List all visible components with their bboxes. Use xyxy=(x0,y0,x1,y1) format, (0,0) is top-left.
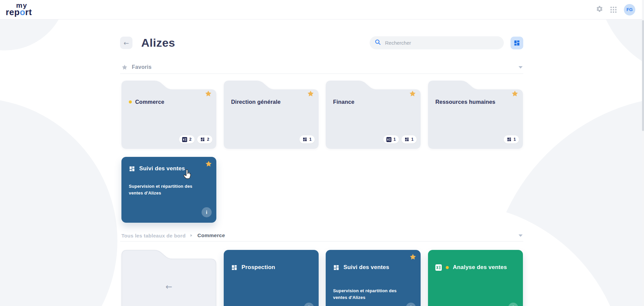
excel-icon xyxy=(386,137,391,142)
dashboard-card-prospection[interactable]: Prospection xyxy=(224,250,319,306)
settings-gear-icon[interactable] xyxy=(596,5,603,14)
favorite-star-icon[interactable] xyxy=(511,90,519,97)
favorite-star-icon[interactable] xyxy=(409,90,416,97)
dashboard-icon xyxy=(200,137,205,142)
search-icon xyxy=(375,39,381,46)
dashboard-description: Supervision et répartition des ventes d'… xyxy=(129,183,205,196)
scrollbar-track[interactable] xyxy=(642,0,644,306)
favorites-section-label: Favoris xyxy=(132,64,152,70)
header-actions: FG xyxy=(596,0,635,19)
folder-card-commerce[interactable]: Commerce 2 2 xyxy=(121,81,216,149)
section-divider xyxy=(120,74,523,74)
excel-icon xyxy=(435,264,442,271)
dashboard-count-badge: 1 xyxy=(300,135,315,143)
dashboard-title: Suivi des ventes xyxy=(343,264,389,271)
folder-card-ressources-humaines[interactable]: Ressources humaines 1 xyxy=(428,81,523,149)
dashboard-icon xyxy=(405,137,409,142)
folder-badges: 2 2 xyxy=(179,135,212,143)
logo-o-mark: o xyxy=(20,7,25,17)
page-title: Alizes xyxy=(141,36,175,49)
star-icon xyxy=(121,64,128,71)
myreport-logo[interactable]: my report xyxy=(6,2,32,16)
collapse-chevron-down-icon[interactable] xyxy=(519,66,523,69)
info-button[interactable] xyxy=(202,207,212,217)
report-card-analyse-des-ventes[interactable]: Analyse des ventes xyxy=(428,250,523,306)
report-title: Analyse des ventes xyxy=(453,264,507,271)
scrollbar-thumb[interactable] xyxy=(642,20,644,131)
excel-icon xyxy=(182,137,187,142)
grid-view-toggle-button[interactable] xyxy=(511,37,523,49)
toolbar: Alizes xyxy=(120,36,523,49)
breadcrumb-root[interactable]: Tous les tableaux de bord xyxy=(121,233,185,238)
report-count-badge: 1 xyxy=(383,135,399,143)
favorites-section-header: Favoris xyxy=(121,63,523,71)
dashboard-title: Suivi des ventes xyxy=(139,165,185,172)
dashboard-icon xyxy=(231,264,237,271)
favorite-star-icon[interactable] xyxy=(205,90,212,97)
info-button[interactable] xyxy=(508,303,518,306)
dashboard-icon xyxy=(514,40,520,46)
search-bar[interactable] xyxy=(370,36,504,49)
avatar[interactable]: FG xyxy=(624,4,635,15)
dashboard-count-badge: 1 xyxy=(504,135,519,143)
dashboard-description: Supervision et répartition des ventes d'… xyxy=(333,288,410,301)
report-count-badge: 2 xyxy=(179,135,195,143)
myreport-home-page: my report FG Alizes Favoris xyxy=(0,0,644,306)
parent-folder-card[interactable] xyxy=(121,250,216,306)
dashboard-card-suivi-des-ventes-commerce[interactable]: Suivi des ventes Supervision et répartit… xyxy=(326,250,421,306)
section-divider xyxy=(120,241,523,242)
back-arrow-icon xyxy=(121,282,216,292)
folder-title: Ressources humaines xyxy=(435,99,495,105)
breadcrumb-section-header: Tous les tableaux de bord Commerce xyxy=(121,232,523,239)
folder-card-direction-generale[interactable]: Direction générale 1 xyxy=(224,81,319,149)
favorite-star-icon[interactable] xyxy=(409,253,417,261)
folder-card-finance[interactable]: Finance 1 1 xyxy=(326,81,421,149)
folder-badges: 1 xyxy=(504,135,519,143)
back-button[interactable] xyxy=(120,37,132,49)
dashboard-title: Prospection xyxy=(241,264,275,271)
folder-title: Direction générale xyxy=(231,99,281,105)
collapse-chevron-down-icon[interactable] xyxy=(519,234,523,237)
dashboard-icon xyxy=(129,166,135,172)
apps-grid-icon[interactable] xyxy=(610,7,616,13)
new-indicator-dot xyxy=(446,266,449,269)
folder-title: Commerce xyxy=(135,99,164,105)
breadcrumb-separator-icon xyxy=(191,234,192,237)
search-input[interactable] xyxy=(384,40,498,46)
background-circle xyxy=(0,98,117,306)
dashboard-icon xyxy=(333,264,339,271)
info-button[interactable] xyxy=(406,303,416,306)
dashboard-count-badge: 2 xyxy=(197,135,212,143)
favorite-star-icon[interactable] xyxy=(307,90,314,97)
new-indicator-dot xyxy=(129,100,132,103)
mouse-cursor-hand xyxy=(183,169,192,181)
dashboard-icon xyxy=(507,137,512,142)
top-bar: my report FG xyxy=(0,0,644,19)
folder-badges: 1 xyxy=(300,135,315,143)
favorite-star-icon[interactable] xyxy=(205,160,212,168)
breadcrumb-current: Commerce xyxy=(197,232,225,238)
folder-badges: 1 1 xyxy=(383,135,417,143)
logo-line-report: report xyxy=(6,8,32,16)
info-button[interactable] xyxy=(304,303,314,306)
dashboard-count-badge: 1 xyxy=(401,135,417,143)
dashboard-card-suivi-des-ventes[interactable]: Suivi des ventes Supervision et répartit… xyxy=(121,157,216,223)
folder-title: Finance xyxy=(333,99,355,105)
dashboard-icon xyxy=(303,137,307,142)
